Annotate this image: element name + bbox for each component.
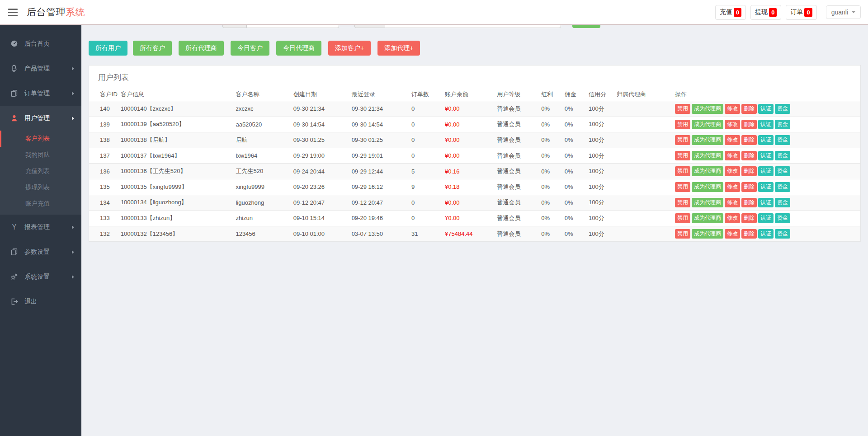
disable-row-button[interactable]: 禁用 (675, 229, 690, 239)
sidebar-item-dashboard[interactable]: 后台首页 (0, 31, 81, 56)
sidebar-subitem-recharge-list[interactable]: 充值列表 (0, 163, 81, 179)
sidebar-subitem-customer-list[interactable]: 客户列表 (0, 131, 81, 147)
make-agent-row-button[interactable]: 成为代理商 (692, 166, 723, 176)
delete-row-button[interactable]: 删除 (741, 182, 757, 192)
disable-row-button[interactable]: 禁用 (675, 182, 690, 192)
edit-row-button[interactable]: 修改 (725, 104, 740, 114)
make-agent-row-button[interactable]: 成为代理商 (692, 135, 723, 145)
sidebar-item-logout[interactable]: 退出 (0, 289, 81, 314)
cell-bonus: 0% (538, 179, 561, 195)
funds-row-button[interactable]: 资金 (775, 182, 790, 192)
edit-row-button[interactable]: 修改 (725, 213, 740, 223)
cell-credit: 100分 (585, 211, 613, 226)
edit-row-button[interactable]: 修改 (725, 182, 740, 192)
cell-orders: 0 (408, 101, 441, 117)
disable-row-button[interactable]: 禁用 (675, 213, 690, 223)
all-customers-button[interactable]: 所有客户 (133, 41, 172, 56)
cell-credit: 100分 (585, 101, 613, 117)
delete-row-button[interactable]: 删除 (741, 166, 757, 176)
cell-name: 123456 (232, 226, 289, 241)
edit-row-button[interactable]: 修改 (725, 120, 740, 130)
cell-info: 10000135【xingfu9999】 (117, 179, 232, 195)
make-agent-row-button[interactable]: 成为代理商 (692, 229, 723, 239)
verify-row-button[interactable]: 认证 (758, 135, 774, 145)
disable-row-button[interactable]: 禁用 (675, 166, 690, 176)
funds-row-button[interactable]: 资金 (775, 166, 790, 176)
add-agent-button[interactable]: 添加代理+ (377, 41, 420, 56)
bitcoin-icon (10, 64, 19, 73)
verify-row-button[interactable]: 认证 (758, 166, 774, 176)
verify-row-button[interactable]: 认证 (758, 182, 774, 192)
cell-level: 普通会员 (493, 211, 538, 226)
make-agent-row-button[interactable]: 成为代理商 (692, 198, 723, 208)
delete-row-button[interactable]: 删除 (741, 229, 757, 239)
funds-row-button[interactable]: 资金 (775, 198, 790, 208)
sidebar-item-reports[interactable]: ¥报表管理 (0, 215, 81, 239)
cell-operations: 禁用成为代理商修改删除认证资金 (671, 195, 860, 211)
edit-row-button[interactable]: 修改 (725, 135, 740, 145)
sidebar-subitem-my-team[interactable]: 我的团队 (0, 147, 81, 163)
edit-row-button[interactable]: 修改 (725, 151, 740, 161)
panel-title: 用户列表 (89, 66, 860, 88)
delete-row-button[interactable]: 删除 (741, 104, 757, 114)
all-users-button[interactable]: 所有用户 (89, 41, 127, 56)
make-agent-row-button[interactable]: 成为代理商 (692, 213, 723, 223)
cell-orders: 5 (408, 164, 441, 179)
delete-row-button[interactable]: 删除 (741, 120, 757, 130)
disable-row-button[interactable]: 禁用 (675, 120, 690, 130)
table-row: 13810000138【启航】启航09-30 01:2509-30 01:250… (89, 132, 860, 148)
sidebar-item-orders[interactable]: 订单管理 (0, 81, 81, 106)
make-agent-row-button[interactable]: 成为代理商 (692, 104, 723, 114)
edit-row-button[interactable]: 修改 (725, 166, 740, 176)
sidebar-subitem-account-recharge[interactable]: 账户充值 (0, 196, 81, 212)
delete-row-button[interactable]: 删除 (741, 151, 757, 161)
verify-row-button[interactable]: 认证 (758, 229, 774, 239)
disable-row-button[interactable]: 禁用 (675, 198, 690, 208)
make-agent-row-button[interactable]: 成为代理商 (692, 151, 723, 161)
disable-row-button[interactable]: 禁用 (675, 104, 690, 114)
recharge-stat-button[interactable]: 充值0 (715, 5, 746, 20)
funds-row-button[interactable]: 资金 (775, 135, 790, 145)
cell-agent (613, 101, 671, 117)
disable-row-button[interactable]: 禁用 (675, 135, 690, 145)
sidebar-item-users[interactable]: 用户管理 (0, 106, 81, 131)
delete-row-button[interactable]: 删除 (741, 135, 757, 145)
cell-balance: ¥0.00 (441, 117, 493, 132)
cell-orders: 31 (408, 226, 441, 241)
funds-row-button[interactable]: 资金 (775, 120, 790, 130)
edit-row-button[interactable]: 修改 (725, 198, 740, 208)
funds-row-button[interactable]: 资金 (775, 213, 790, 223)
today-customers-button[interactable]: 今日客户 (231, 41, 269, 56)
sidebar-item-params[interactable]: 参数设置 (0, 239, 81, 264)
make-agent-row-button[interactable]: 成为代理商 (692, 182, 723, 192)
user-menu-button[interactable]: guanli (826, 5, 861, 19)
menu-toggle-icon[interactable] (7, 7, 19, 18)
add-customer-button[interactable]: 添加客户+ (328, 41, 371, 56)
verify-row-button[interactable]: 认证 (758, 151, 774, 161)
funds-row-button[interactable]: 资金 (775, 104, 790, 114)
funds-row-button[interactable]: 资金 (775, 151, 790, 161)
delete-row-button[interactable]: 删除 (741, 213, 757, 223)
verify-row-button[interactable]: 认证 (758, 213, 774, 223)
disable-row-button[interactable]: 禁用 (675, 151, 690, 161)
withdraw-stat-button[interactable]: 提现0 (750, 5, 781, 20)
edit-row-button[interactable]: 修改 (725, 229, 740, 239)
cell-level: 普通会员 (493, 226, 538, 241)
verify-row-button[interactable]: 认证 (758, 120, 774, 130)
cell-agent (613, 195, 671, 211)
orders-stat-button[interactable]: 订单0 (786, 5, 816, 20)
all-agents-button[interactable]: 所有代理商 (179, 41, 224, 56)
sidebar-subitem-withdraw-list[interactable]: 提现列表 (0, 179, 81, 196)
make-agent-row-button[interactable]: 成为代理商 (692, 120, 723, 130)
delete-row-button[interactable]: 删除 (741, 198, 757, 208)
today-agents-button[interactable]: 今日代理商 (276, 41, 321, 56)
cell-created: 09-30 01:25 (290, 132, 348, 148)
chevron-right-icon (72, 92, 74, 95)
sidebar-item-system[interactable]: 系统设置 (0, 264, 81, 289)
verify-row-button[interactable]: 认证 (758, 198, 774, 208)
sidebar-item-products[interactable]: 产品管理 (0, 56, 81, 81)
cell-orders: 0 (408, 148, 441, 164)
verify-row-button[interactable]: 认证 (758, 104, 774, 114)
funds-row-button[interactable]: 资金 (775, 229, 790, 239)
table-row: 13610000136【王先生520】王先生52009-24 20:4409-2… (89, 164, 860, 179)
